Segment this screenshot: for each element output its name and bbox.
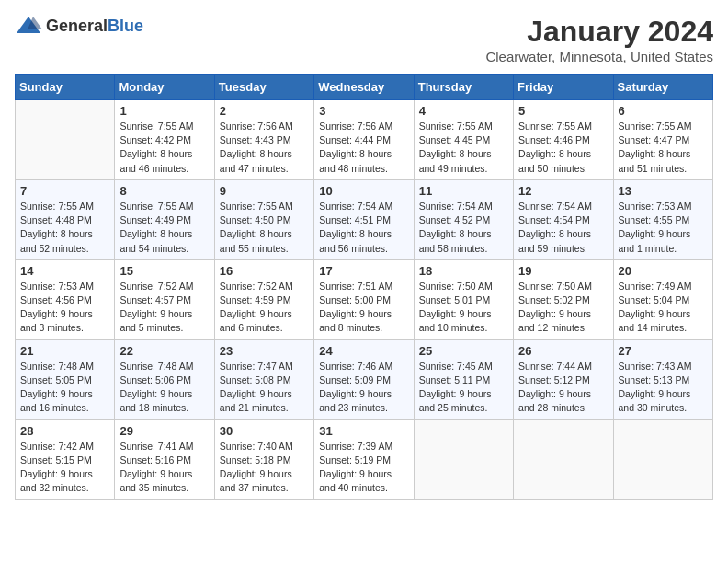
day-info: Sunrise: 7:56 AM Sunset: 4:44 PM Dayligh…	[319, 120, 408, 176]
day-number: 7	[20, 184, 109, 198]
table-row: 6 Sunrise: 7:55 AM Sunset: 4:47 PM Dayli…	[613, 100, 712, 180]
day-number: 15	[119, 264, 209, 278]
daylight-text: Daylight: 9 hours and 1 minute.	[619, 228, 691, 253]
day-number: 3	[319, 104, 408, 118]
sunrise-text: Sunrise: 7:41 AM	[119, 441, 193, 452]
table-row: 2 Sunrise: 7:56 AM Sunset: 4:43 PM Dayli…	[214, 100, 313, 180]
sunset-text: Sunset: 4:42 PM	[119, 134, 191, 145]
table-row: 3 Sunrise: 7:56 AM Sunset: 4:44 PM Dayli…	[314, 100, 414, 180]
sunrise-text: Sunrise: 7:53 AM	[619, 201, 692, 212]
logo: GeneralBlue	[15, 15, 143, 37]
day-number: 30	[220, 424, 309, 438]
sunrise-text: Sunrise: 7:56 AM	[220, 121, 293, 132]
daylight-text: Daylight: 9 hours and 35 minutes.	[119, 468, 192, 493]
sunrise-text: Sunrise: 7:44 AM	[518, 361, 592, 372]
day-info: Sunrise: 7:53 AM Sunset: 4:55 PM Dayligh…	[619, 200, 708, 256]
day-info: Sunrise: 7:49 AM Sunset: 5:04 PM Dayligh…	[619, 280, 708, 336]
daylight-text: Daylight: 8 hours and 54 minutes.	[119, 228, 192, 253]
table-row: 31 Sunrise: 7:39 AM Sunset: 5:19 PM Dayl…	[314, 419, 414, 500]
day-info: Sunrise: 7:55 AM Sunset: 4:47 PM Dayligh…	[619, 120, 708, 176]
day-info: Sunrise: 7:52 AM Sunset: 4:59 PM Dayligh…	[220, 280, 309, 336]
header-tuesday: Tuesday	[214, 75, 313, 100]
sunset-text: Sunset: 4:50 PM	[220, 214, 291, 225]
table-row: 17 Sunrise: 7:51 AM Sunset: 5:00 PM Dayl…	[314, 259, 414, 339]
day-number: 25	[419, 344, 508, 358]
sunrise-text: Sunrise: 7:47 AM	[220, 361, 293, 372]
day-number: 21	[20, 344, 109, 358]
sunrise-text: Sunrise: 7:55 AM	[518, 121, 592, 132]
sunset-text: Sunset: 4:48 PM	[20, 214, 92, 225]
day-number: 1	[119, 104, 209, 118]
sunrise-text: Sunrise: 7:42 AM	[20, 441, 94, 452]
daylight-text: Daylight: 9 hours and 25 minutes.	[419, 388, 492, 413]
month-title: January 2024	[485, 15, 713, 49]
daylight-text: Daylight: 9 hours and 14 minutes.	[619, 308, 691, 333]
sunrise-text: Sunrise: 7:52 AM	[220, 281, 293, 292]
day-number: 20	[619, 264, 708, 278]
table-row: 15 Sunrise: 7:52 AM Sunset: 4:57 PM Dayl…	[115, 259, 214, 339]
header-sunday: Sunday	[16, 75, 115, 100]
day-number: 5	[518, 104, 608, 118]
sunset-text: Sunset: 5:08 PM	[220, 374, 291, 385]
daylight-text: Daylight: 8 hours and 58 minutes.	[419, 228, 492, 253]
table-row: 4 Sunrise: 7:55 AM Sunset: 4:45 PM Dayli…	[414, 100, 513, 180]
header-thursday: Thursday	[414, 75, 513, 100]
sunset-text: Sunset: 5:04 PM	[619, 294, 690, 305]
day-info: Sunrise: 7:46 AM Sunset: 5:09 PM Dayligh…	[319, 360, 408, 416]
daylight-text: Daylight: 8 hours and 56 minutes.	[319, 228, 392, 253]
day-info: Sunrise: 7:55 AM Sunset: 4:42 PM Dayligh…	[119, 120, 209, 176]
table-row: 23 Sunrise: 7:47 AM Sunset: 5:08 PM Dayl…	[214, 339, 313, 419]
day-number: 18	[419, 264, 508, 278]
table-row: 16 Sunrise: 7:52 AM Sunset: 4:59 PM Dayl…	[214, 259, 313, 339]
sunset-text: Sunset: 4:59 PM	[220, 294, 291, 305]
sunset-text: Sunset: 4:46 PM	[518, 134, 590, 145]
table-row: 14 Sunrise: 7:53 AM Sunset: 4:56 PM Dayl…	[16, 259, 115, 339]
week-row-2: 7 Sunrise: 7:55 AM Sunset: 4:48 PM Dayli…	[16, 179, 713, 259]
day-info: Sunrise: 7:42 AM Sunset: 5:15 PM Dayligh…	[20, 440, 109, 496]
sunrise-text: Sunrise: 7:55 AM	[220, 201, 293, 212]
day-info: Sunrise: 7:43 AM Sunset: 5:13 PM Dayligh…	[619, 360, 708, 416]
day-number: 11	[419, 184, 508, 198]
sunset-text: Sunset: 4:45 PM	[419, 134, 491, 145]
daylight-text: Daylight: 9 hours and 5 minutes.	[119, 308, 192, 333]
daylight-text: Daylight: 8 hours and 47 minutes.	[220, 148, 292, 173]
sunset-text: Sunset: 5:06 PM	[119, 374, 191, 385]
header-friday: Friday	[514, 75, 613, 100]
day-info: Sunrise: 7:45 AM Sunset: 5:11 PM Dayligh…	[419, 360, 508, 416]
sunrise-text: Sunrise: 7:48 AM	[20, 361, 94, 372]
table-row: 9 Sunrise: 7:55 AM Sunset: 4:50 PM Dayli…	[214, 179, 313, 259]
logo-blue: Blue	[108, 17, 143, 35]
daylight-text: Daylight: 9 hours and 40 minutes.	[319, 468, 392, 493]
day-number: 16	[220, 264, 309, 278]
day-info: Sunrise: 7:54 AM Sunset: 4:52 PM Dayligh…	[419, 200, 508, 256]
day-number: 31	[319, 424, 408, 438]
day-number: 28	[20, 424, 109, 438]
day-info: Sunrise: 7:40 AM Sunset: 5:18 PM Dayligh…	[220, 440, 309, 496]
table-row: 24 Sunrise: 7:46 AM Sunset: 5:09 PM Dayl…	[314, 339, 414, 419]
sunset-text: Sunset: 5:09 PM	[319, 374, 391, 385]
logo-general: General	[46, 17, 108, 35]
daylight-text: Daylight: 9 hours and 30 minutes.	[619, 388, 691, 413]
sunrise-text: Sunrise: 7:50 AM	[419, 281, 493, 292]
table-row: 13 Sunrise: 7:53 AM Sunset: 4:55 PM Dayl…	[613, 179, 712, 259]
sunrise-text: Sunrise: 7:55 AM	[20, 201, 94, 212]
logo-icon	[15, 15, 42, 37]
days-header-row: Sunday Monday Tuesday Wednesday Thursday…	[16, 75, 713, 100]
day-info: Sunrise: 7:44 AM Sunset: 5:12 PM Dayligh…	[518, 360, 608, 416]
sunset-text: Sunset: 4:47 PM	[619, 134, 690, 145]
table-row	[514, 419, 613, 500]
daylight-text: Daylight: 8 hours and 51 minutes.	[619, 148, 691, 173]
day-number: 27	[619, 344, 708, 358]
day-info: Sunrise: 7:50 AM Sunset: 5:02 PM Dayligh…	[518, 280, 608, 336]
sunrise-text: Sunrise: 7:55 AM	[619, 121, 692, 132]
sunset-text: Sunset: 5:00 PM	[319, 294, 391, 305]
day-info: Sunrise: 7:53 AM Sunset: 4:56 PM Dayligh…	[20, 280, 109, 336]
day-info: Sunrise: 7:48 AM Sunset: 5:05 PM Dayligh…	[20, 360, 109, 416]
header-saturday: Saturday	[613, 75, 712, 100]
sunset-text: Sunset: 5:18 PM	[220, 454, 291, 465]
daylight-text: Daylight: 9 hours and 12 minutes.	[518, 308, 591, 333]
sunset-text: Sunset: 4:44 PM	[319, 134, 391, 145]
day-info: Sunrise: 7:41 AM Sunset: 5:16 PM Dayligh…	[119, 440, 209, 496]
table-row: 21 Sunrise: 7:48 AM Sunset: 5:05 PM Dayl…	[16, 339, 115, 419]
sunset-text: Sunset: 5:01 PM	[419, 294, 491, 305]
